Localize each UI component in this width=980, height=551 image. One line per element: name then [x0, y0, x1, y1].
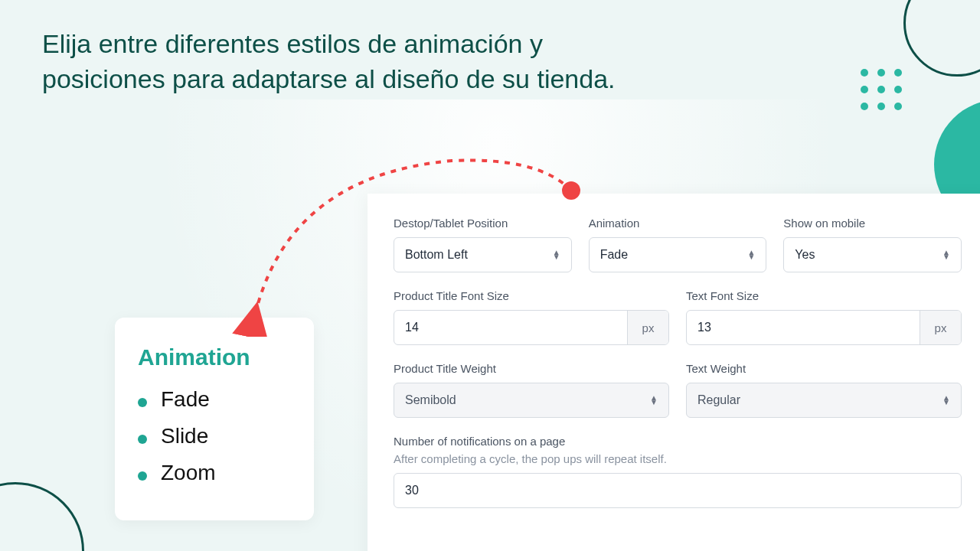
animation-option-fade: Fade	[138, 387, 291, 412]
select-text-weight[interactable]: Regular ▲▼	[686, 383, 962, 418]
decoration-dot-grid	[861, 69, 903, 112]
field-title-weight: Product Title Weight Semibold ▲▼	[394, 362, 669, 418]
label-animation: Animation	[589, 217, 767, 230]
field-position: Destop/Tablet Position Bottom Left ▲▼	[394, 217, 572, 272]
label-text-font-size: Text Font Size	[686, 289, 962, 302]
label-text-weight: Text Weight	[686, 362, 962, 375]
input-notifications-count[interactable]: 30	[394, 473, 962, 508]
label-title-font-size: Product Title Font Size	[394, 289, 669, 302]
unit-px: px	[920, 311, 961, 344]
animation-card-title: Animation	[138, 344, 291, 370]
field-text-font-size: Text Font Size 13 px	[686, 289, 962, 345]
select-show-mobile-value: Yes	[795, 248, 815, 262]
input-title-font-size-value: 14	[394, 311, 627, 344]
hint-notifications: After completing a cycle, the pop ups wi…	[394, 452, 962, 465]
field-show-mobile: Show on mobile Yes ▲▼	[783, 217, 962, 272]
select-animation[interactable]: Fade ▲▼	[589, 237, 767, 272]
label-title-weight: Product Title Weight	[394, 362, 669, 375]
chevron-updown-icon: ▲▼	[942, 396, 950, 405]
decoration-circle-bottom-left	[0, 482, 84, 551]
animation-option-slide: Slide	[138, 424, 291, 448]
chevron-updown-icon: ▲▼	[650, 396, 658, 405]
animation-option-zoom: Zoom	[138, 461, 291, 485]
input-title-font-size[interactable]: 14 px	[394, 310, 669, 345]
select-position[interactable]: Bottom Left ▲▼	[394, 237, 572, 272]
label-position: Destop/Tablet Position	[394, 217, 572, 230]
select-title-weight[interactable]: Semibold ▲▼	[394, 383, 669, 418]
chevron-updown-icon: ▲▼	[942, 250, 950, 259]
chevron-updown-icon: ▲▼	[747, 250, 755, 259]
chevron-updown-icon: ▲▼	[553, 250, 560, 259]
decoration-circle-top-right	[903, 0, 980, 77]
headline: Elija entre diferentes estilos de animac…	[42, 27, 670, 97]
select-show-mobile[interactable]: Yes ▲▼	[783, 237, 962, 272]
label-show-mobile: Show on mobile	[783, 217, 962, 230]
select-position-value: Bottom Left	[405, 248, 468, 262]
input-text-font-size-value: 13	[687, 311, 920, 344]
settings-panel: Destop/Tablet Position Bottom Left ▲▼ An…	[368, 194, 980, 551]
input-notifications-value: 30	[405, 484, 419, 497]
field-animation: Animation Fade ▲▼	[589, 217, 767, 272]
input-text-font-size[interactable]: 13 px	[686, 310, 962, 345]
field-text-weight: Text Weight Regular ▲▼	[686, 362, 962, 418]
select-text-weight-value: Regular	[697, 393, 740, 407]
select-animation-value: Fade	[600, 248, 628, 262]
select-title-weight-value: Semibold	[405, 393, 456, 407]
field-title-font-size: Product Title Font Size 14 px	[394, 289, 669, 345]
animation-card: Animation Fade Slide Zoom	[115, 318, 314, 520]
unit-px: px	[627, 311, 668, 344]
label-notifications-count: Number of notifications on a page	[394, 435, 962, 448]
field-notifications-count: Number of notifications on a page After …	[394, 435, 962, 508]
